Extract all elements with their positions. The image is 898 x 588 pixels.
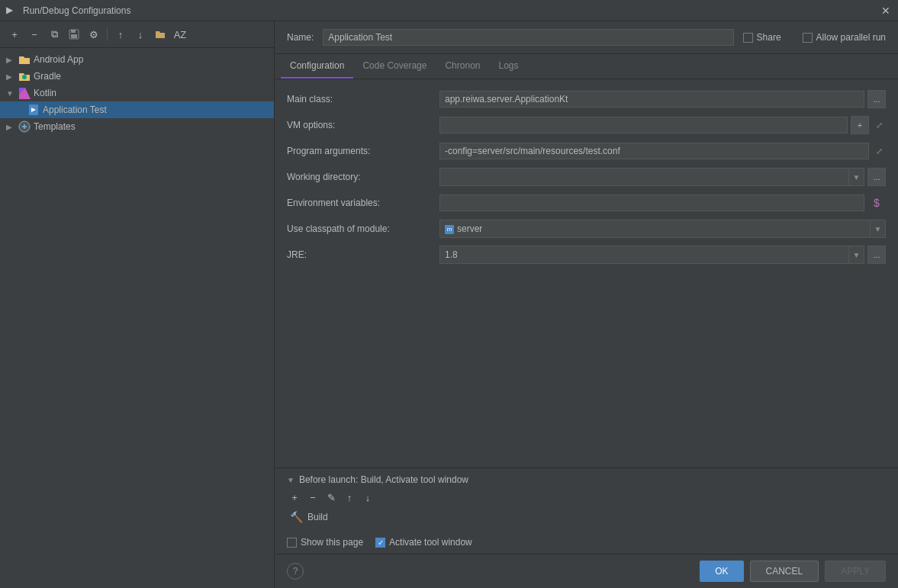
expand-arrow-templates: ▶	[6, 123, 15, 131]
before-launch-up-button[interactable]: ↑	[342, 490, 357, 505]
classpath-module-dropdown[interactable]: mserver ▼	[439, 220, 886, 238]
activate-tool-window-checkbox[interactable]: ✓	[375, 538, 385, 548]
templates-label: Templates	[34, 121, 76, 132]
tabs-bar: Configuration Code Coverage Chronon Logs	[275, 54, 898, 79]
program-args-input[interactable]	[439, 143, 869, 159]
add-config-button[interactable]: +	[6, 26, 23, 43]
classpath-module-row: Use classpath of module: mserver ▼	[287, 218, 886, 239]
sidebar-item-templates[interactable]: ▶ Templates	[0, 118, 274, 135]
activate-tool-window-wrap[interactable]: ✓ Activate tool window	[375, 537, 472, 548]
vm-options-wrap: + ⤢	[439, 116, 886, 134]
tab-logs[interactable]: Logs	[489, 54, 527, 79]
before-launch-add-button[interactable]: +	[287, 490, 302, 505]
window-title: Run/Debug Configurations	[23, 5, 880, 16]
working-dir-browse-button[interactable]: ...	[867, 168, 886, 186]
name-row: Name: Share Allow parallel run	[275, 21, 898, 54]
kotlin-label: Kotlin	[34, 88, 56, 98]
before-launch-toolbar: + − ✎ ↑ ↓	[287, 490, 886, 505]
share-wrap: Share	[743, 32, 781, 43]
env-vars-dollar-button[interactable]: $	[867, 194, 886, 212]
jre-value: 1.8	[440, 249, 848, 260]
main-class-browse-button[interactable]: ...	[867, 90, 886, 108]
share-checkbox[interactable]	[743, 33, 753, 43]
sidebar-item-application-test[interactable]: Application Test	[0, 101, 274, 118]
name-input[interactable]	[323, 29, 733, 46]
gradle-folder-icon	[18, 70, 31, 82]
bottom-options: Show this page ✓ Activate tool window	[275, 531, 898, 554]
name-label: Name:	[287, 32, 314, 43]
jre-row: JRE: 1.8 ▼ ...	[287, 244, 886, 265]
svg-rect-2	[71, 34, 77, 38]
before-launch-title: Before launch: Build, Activate tool wind…	[299, 474, 468, 485]
content-area: Name: Share Allow parallel run Configura…	[275, 21, 898, 588]
svg-point-3	[22, 75, 27, 79]
apply-button[interactable]: APPLY	[825, 561, 886, 582]
program-args-wrap: ⤢	[439, 143, 886, 159]
vm-options-label: VM options:	[287, 120, 439, 130]
before-launch-header: ▼ Before launch: Build, Activate tool wi…	[287, 474, 886, 485]
jre-browse-button[interactable]: ...	[867, 246, 886, 264]
allow-parallel-label: Allow parallel run	[816, 32, 886, 43]
vm-options-expand-button[interactable]: ⤢	[872, 118, 886, 132]
sidebar-item-gradle[interactable]: ▶ Gradle	[0, 68, 274, 85]
android-folder-icon	[18, 53, 31, 66]
title-bar: ▶ Run/Debug Configurations ✕	[0, 0, 898, 21]
app-test-icon	[27, 104, 40, 116]
tab-code-coverage[interactable]: Code Coverage	[353, 54, 436, 79]
allow-parallel-wrap: Allow parallel run	[803, 32, 886, 43]
show-page-checkbox[interactable]	[287, 538, 297, 548]
working-dir-arrow-icon: ▼	[848, 169, 864, 185]
vm-options-input[interactable]	[439, 117, 848, 133]
sidebar: + − ⧉ ⚙ ↑ ↓ AZ ▶	[0, 21, 275, 588]
settings-button[interactable]: ⚙	[85, 26, 102, 43]
allow-parallel-checkbox[interactable]	[803, 33, 813, 43]
share-label: Share	[757, 32, 781, 43]
main-class-input[interactable]	[439, 91, 864, 108]
move-up-button[interactable]: ↑	[112, 26, 129, 43]
working-dir-row: Working directory: ▼ ...	[287, 166, 886, 188]
expand-arrow-android-app: ▶	[6, 56, 15, 64]
program-args-expand-button[interactable]: ⤢	[872, 144, 886, 158]
tab-configuration[interactable]: Configuration	[281, 54, 353, 79]
jre-arrow-icon: ▼	[848, 246, 864, 263]
application-test-label: Application Test	[43, 104, 107, 115]
cancel-button[interactable]: CANCEL	[750, 561, 819, 582]
jre-label: JRE:	[287, 249, 439, 260]
classpath-module-wrap: mserver ▼	[439, 220, 886, 238]
sidebar-item-android-app[interactable]: ▶ Android App	[0, 51, 274, 68]
folder-button[interactable]	[152, 26, 169, 43]
help-button[interactable]: ?	[287, 563, 304, 580]
env-vars-label: Environment variables:	[287, 198, 439, 208]
expand-arrow-kotlin: ▼	[6, 89, 15, 98]
remove-config-button[interactable]: −	[26, 26, 43, 43]
main-layout: + − ⧉ ⚙ ↑ ↓ AZ ▶	[0, 21, 898, 588]
env-vars-input[interactable]	[439, 194, 864, 211]
jre-wrap: 1.8 ▼ ...	[439, 246, 886, 264]
sidebar-item-kotlin[interactable]: ▼ Kotlin	[0, 85, 274, 101]
toolbar-separator	[107, 28, 108, 40]
tab-chronon[interactable]: Chronon	[436, 54, 489, 79]
before-launch-edit-button[interactable]: ✎	[323, 490, 339, 505]
env-vars-wrap: $	[439, 194, 886, 212]
build-item: 🔨 Build	[287, 509, 886, 525]
move-down-button[interactable]: ↓	[132, 26, 149, 43]
main-class-input-wrap: ...	[439, 90, 886, 108]
sort-button[interactable]: AZ	[172, 26, 188, 43]
vm-options-add-button[interactable]: +	[851, 116, 869, 134]
before-launch-remove-button[interactable]: −	[305, 490, 320, 505]
jre-dropdown[interactable]: 1.8 ▼	[439, 246, 864, 264]
activate-tool-window-label: Activate tool window	[389, 537, 472, 548]
ok-button[interactable]: OK	[700, 561, 743, 582]
copy-config-button[interactable]: ⧉	[46, 26, 63, 43]
save-config-button[interactable]	[66, 26, 82, 43]
footer-actions: OK CANCEL APPLY	[700, 561, 886, 582]
show-page-wrap[interactable]: Show this page	[287, 537, 363, 548]
close-button[interactable]: ✕	[880, 5, 892, 17]
before-launch-collapse-icon[interactable]: ▼	[287, 476, 295, 484]
build-icon: 🔨	[290, 511, 303, 523]
build-label: Build	[307, 512, 328, 522]
before-launch-down-button[interactable]: ↓	[360, 490, 375, 505]
working-dir-dropdown[interactable]: ▼	[439, 168, 864, 186]
window-icon: ▶	[6, 5, 18, 17]
kotlin-icon	[18, 87, 31, 99]
